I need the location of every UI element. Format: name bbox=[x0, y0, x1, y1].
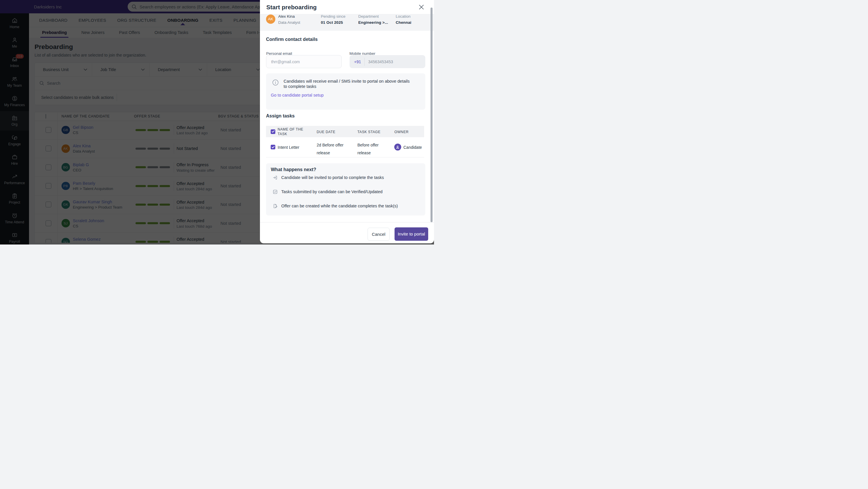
next-item: Offer can be created while the candidate… bbox=[273, 204, 398, 208]
email-field[interactable]: thrr@gmail.com bbox=[266, 55, 342, 68]
close-icon bbox=[419, 5, 424, 9]
contact-heading: Confirm contact details bbox=[266, 37, 318, 42]
start-preboarding-drawer: Start preboarding AK Alex Kina Data Anal… bbox=[260, 0, 434, 243]
task-table-header: NAME OF THE TASK DUE DATE TASK STAGE OWN… bbox=[266, 126, 424, 137]
drawer-title: Start preboarding bbox=[266, 4, 317, 11]
location: Location Chennai bbox=[396, 14, 411, 25]
drawer-scrollbar[interactable] bbox=[431, 7, 433, 222]
task-stage: Before offer release bbox=[358, 141, 386, 157]
info-text: Candidates will receive email / SMS invi… bbox=[284, 78, 411, 89]
info-icon bbox=[272, 79, 279, 86]
task-row[interactable]: Intent Letter 2d Before offer release Be… bbox=[266, 137, 424, 158]
info-box: Candidates will receive email / SMS invi… bbox=[266, 73, 425, 110]
task-due: 2d Before offer release bbox=[317, 141, 349, 157]
assign-tasks-heading: Assign tasks bbox=[266, 113, 295, 119]
close-button[interactable] bbox=[417, 3, 425, 11]
owner-name: Candidate bbox=[404, 145, 422, 150]
owner-avatar bbox=[394, 143, 401, 151]
cancel-button[interactable]: Cancel bbox=[368, 228, 390, 241]
drawer-footer: Cancel Invite to portal bbox=[260, 222, 434, 243]
avatar: AK bbox=[266, 14, 276, 24]
checkbox-icon bbox=[273, 189, 278, 194]
candidate-name-role: Alex Kina Data Analyst bbox=[278, 14, 300, 25]
department: Department Engineering >... bbox=[358, 14, 388, 25]
check-icon bbox=[272, 146, 275, 149]
candidate-role: Data Analyst bbox=[278, 20, 300, 25]
drawer-header: Start preboarding bbox=[260, 0, 434, 14]
person-icon bbox=[396, 145, 400, 149]
check-icon bbox=[272, 130, 275, 133]
invite-arrow-icon bbox=[273, 175, 278, 180]
next-heading: What happens next? bbox=[271, 167, 316, 172]
next-item: Candidate will be invited to portal to c… bbox=[273, 175, 384, 180]
what-happens-next: What happens next? Candidate will be inv… bbox=[266, 163, 425, 216]
task-table: NAME OF THE TASK DUE DATE TASK STAGE OWN… bbox=[266, 126, 424, 158]
candidate-summary: AK Alex Kina Data Analyst Pending since … bbox=[260, 14, 434, 31]
task-name: Intent Letter bbox=[278, 145, 300, 150]
email-placeholder: thrr@gmail.com bbox=[271, 60, 300, 64]
portal-setup-link[interactable]: Go to candidate portal setup bbox=[271, 93, 324, 97]
divider bbox=[364, 58, 365, 66]
document-edit-icon bbox=[273, 204, 278, 208]
select-all-tasks-checkbox[interactable] bbox=[271, 129, 275, 134]
pending-since: Pending since 01 Oct 2025 bbox=[321, 14, 345, 25]
task-checkbox[interactable] bbox=[271, 145, 275, 150]
mobile-field[interactable]: +91 34563453453 bbox=[349, 55, 425, 68]
next-item: Tasks submitted by candidate can be Veri… bbox=[273, 189, 383, 194]
mobile-value: 34563453453 bbox=[368, 60, 393, 64]
invite-to-portal-button[interactable]: Invite to portal bbox=[395, 227, 428, 241]
candidate-name: Alex Kina bbox=[278, 14, 300, 19]
app-root: Darksiders Inc Search employees or actio… bbox=[0, 0, 434, 244]
country-code[interactable]: +91 bbox=[354, 60, 361, 64]
